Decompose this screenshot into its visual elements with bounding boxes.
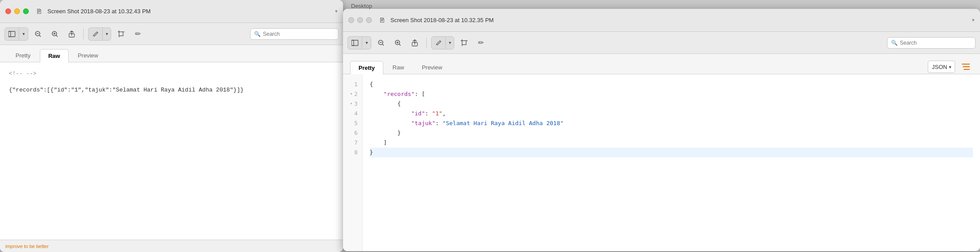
- pen-chevron-1[interactable]: ▾: [103, 28, 111, 40]
- markup-btn-1[interactable]: ✏: [131, 28, 145, 40]
- filter-icon-btn[interactable]: [959, 61, 973, 73]
- sidebar-toggle-group-2: ▾: [347, 36, 371, 50]
- tabs-bar-1: Pretty Raw Preview: [0, 45, 343, 62]
- minimize-button-2[interactable]: [357, 17, 363, 23]
- json-format-label: JSON: [932, 64, 947, 70]
- close-button-1[interactable]: [5, 8, 11, 14]
- bottom-text-1: improve to be better: [5, 244, 49, 249]
- search-icon-2: 🔍: [891, 40, 898, 46]
- json-line-7: ]: [370, 138, 973, 148]
- json-line-3: {: [370, 99, 973, 109]
- bottom-bar-1: improve to be better: [0, 240, 343, 252]
- share-btn-2[interactable]: [408, 37, 422, 49]
- json-chevron-icon: ▾: [949, 65, 951, 69]
- sidebar-toggle-down-1[interactable]: ▾: [19, 28, 28, 40]
- document-icon-2: 🖹: [379, 17, 385, 24]
- svg-rect-15: [351, 40, 354, 46]
- pen-btn-1[interactable]: [89, 28, 103, 40]
- svg-rect-0: [8, 31, 11, 37]
- tab-pretty-2[interactable]: Pretty: [350, 61, 383, 74]
- json-raw-text: {"records":[{"id":"1","tajuk":"Selamat H…: [9, 86, 334, 95]
- traffic-lights-2: [348, 17, 372, 23]
- tab-pretty-1[interactable]: Pretty: [7, 49, 39, 62]
- window-title-2: Screen Shot 2018-08-23 at 10.32.35 PM: [390, 17, 968, 23]
- json-code: { "records": [ { "id": "1", "tajuk": "Se…: [363, 74, 980, 251]
- edit-group-1: ▾: [88, 27, 111, 41]
- json-line-4: "id": "1",: [370, 109, 973, 118]
- line-num-4: 4: [343, 109, 362, 118]
- line-num-7: 7: [343, 138, 362, 148]
- titlebar-1: 🖹 Screen Shot 2018-08-23 at 10.32.43 PM …: [0, 0, 343, 23]
- tab-preview-1[interactable]: Preview: [69, 49, 107, 62]
- search-box-2[interactable]: 🔍: [887, 37, 976, 49]
- tabs-bar-2: Pretty Raw Preview JSON ▾: [343, 54, 980, 74]
- tab-raw-1[interactable]: Raw: [40, 49, 69, 62]
- share-btn-1[interactable]: [65, 28, 79, 40]
- svg-rect-10: [119, 32, 123, 36]
- sidebar-toggle-group-1: ▾: [4, 27, 28, 41]
- json-view: 1 ▾2 ▾3 4 5 6 7 8 { "records": [ { "id":…: [343, 74, 980, 251]
- fullscreen-button-2[interactable]: [366, 17, 372, 23]
- traffic-lights-1: [5, 8, 29, 14]
- svg-rect-25: [462, 41, 466, 45]
- json-line-1: {: [370, 80, 973, 89]
- title-chevron-2[interactable]: ▾: [972, 17, 975, 23]
- json-format-selector[interactable]: JSON ▾: [928, 61, 955, 73]
- search-input-2[interactable]: [900, 40, 972, 46]
- json-line-2: "records": [: [370, 89, 973, 99]
- crop-btn-1[interactable]: [114, 28, 128, 40]
- window-title-1: Screen Shot 2018-08-23 at 10.32.43 PM: [47, 8, 331, 15]
- line-num-2: ▾2: [343, 89, 362, 99]
- svg-rect-16: [351, 40, 358, 46]
- line-num-6: 6: [343, 128, 362, 138]
- pen-btn-2[interactable]: [432, 37, 446, 49]
- svg-line-21: [399, 44, 401, 46]
- line-num-5: 5: [343, 118, 362, 128]
- tab-raw-2[interactable]: Raw: [384, 61, 413, 74]
- sidebar-toggle-btn-2[interactable]: [348, 37, 362, 49]
- json-line-8: }: [370, 148, 973, 157]
- sidebar-toggle-down-2[interactable]: ▾: [362, 37, 371, 49]
- zoom-out-btn-2[interactable]: [374, 37, 388, 49]
- search-icon-1: 🔍: [254, 31, 261, 37]
- titlebar-2: 🖹 Screen Shot 2018-08-23 at 10.32.35 PM …: [343, 9, 980, 32]
- crop-btn-2[interactable]: [457, 37, 471, 49]
- toolbar-1: ▾ ▾ ✏ 🔍: [0, 23, 343, 45]
- svg-line-6: [56, 35, 58, 37]
- html-comment: <!-- -->: [9, 69, 334, 79]
- line-num-1: 1: [343, 80, 362, 89]
- title-chevron-1[interactable]: ▾: [335, 8, 338, 14]
- content-area-1: <!-- --> {"records":[{"id":"1","tajuk":"…: [0, 62, 343, 240]
- line-numbers: 1 ▾2 ▾3 4 5 6 7 8: [343, 74, 363, 251]
- zoom-in-btn-1[interactable]: [48, 28, 62, 40]
- markup-btn-2[interactable]: ✏: [474, 37, 488, 49]
- sep-1: [83, 29, 84, 39]
- fullscreen-button-1[interactable]: [23, 8, 29, 14]
- window-2: 🖹 Screen Shot 2018-08-23 at 10.32.35 PM …: [343, 9, 980, 251]
- json-line-5: "tajuk": "Selamat Hari Raya Aidil Adha 2…: [370, 118, 973, 128]
- toolbar-2: ▾ ▾: [343, 32, 980, 54]
- zoom-in-btn-2[interactable]: [391, 37, 405, 49]
- json-line-6: }: [370, 128, 973, 138]
- sidebar-toggle-btn-1[interactable]: [5, 28, 19, 40]
- window-1: 🖹 Screen Shot 2018-08-23 at 10.32.43 PM …: [0, 0, 343, 252]
- svg-rect-1: [8, 31, 15, 37]
- search-input-1[interactable]: [263, 31, 335, 37]
- zoom-out-btn-1[interactable]: [31, 28, 45, 40]
- document-icon-1: 🖹: [36, 8, 42, 15]
- minimize-button-1[interactable]: [14, 8, 20, 14]
- line-num-8: 8: [343, 148, 362, 157]
- line-num-3: ▾3: [343, 99, 362, 109]
- pen-chevron-2[interactable]: ▾: [446, 37, 454, 49]
- sep-2: [426, 38, 427, 48]
- desktop-label: Desktop: [351, 3, 372, 9]
- svg-line-3: [39, 35, 41, 37]
- tab-preview-2[interactable]: Preview: [413, 61, 451, 74]
- svg-line-18: [382, 44, 384, 46]
- edit-group-2: ▾: [431, 36, 454, 50]
- close-button-2[interactable]: [348, 17, 354, 23]
- search-box-1[interactable]: 🔍: [250, 28, 339, 40]
